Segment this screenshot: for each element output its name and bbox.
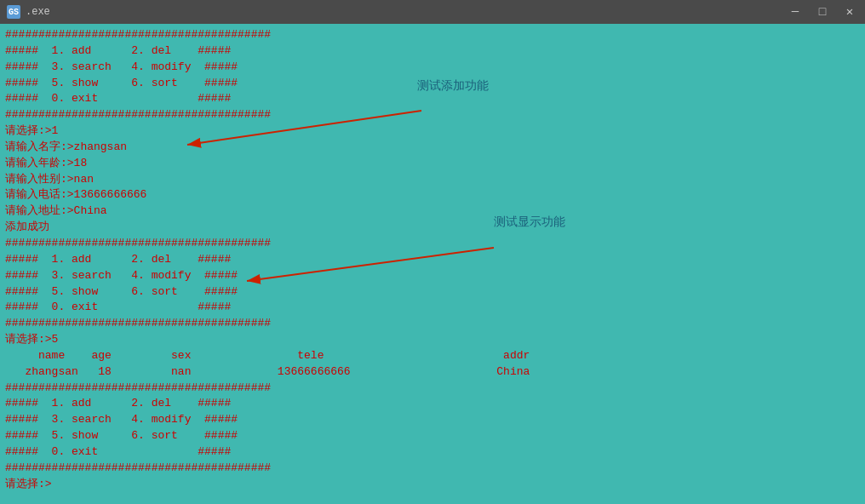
terminal-line-20: name age sex tele addr — [5, 348, 860, 364]
terminal-area[interactable]: ########################################… — [0, 24, 865, 504]
close-button[interactable]: ✕ — [841, 3, 858, 20]
terminal-line-9: 请输入性别:>nan — [5, 172, 860, 188]
terminal-line-28: ######################################## — [5, 461, 860, 477]
annotation-show: 测试显示功能 — [494, 215, 565, 230]
annotation-show-text: 测试显示功能 — [494, 215, 565, 230]
terminal-line-26: ##### 5. show 6. sort ##### — [5, 428, 860, 444]
terminal-line-1: ##### 1. add 2. del ##### — [5, 43, 860, 60]
terminal-line-8: 请输入年龄:>18 — [5, 156, 860, 172]
terminal-line-14: ##### 1. add 2. del ##### — [5, 252, 860, 268]
terminal-line-2: ##### 3. search 4. modify ##### — [5, 60, 860, 76]
maximize-button[interactable]: □ — [814, 3, 831, 20]
annotation-add-text: 测试添加功能 — [417, 78, 489, 94]
app-icon: GS — [7, 5, 20, 19]
terminal-line-10: 请输入电话:>13666666666 — [5, 187, 860, 203]
terminal-line-11: 请输入地址:>China — [5, 203, 860, 220]
terminal-line-29: 请选择:> — [5, 477, 860, 493]
terminal-line-5: ######################################## — [5, 107, 860, 123]
terminal-line-23: ######################################## — [5, 381, 860, 397]
window-controls: ─ □ ✕ — [787, 3, 858, 20]
terminal-line-17: ##### 0. exit ##### — [5, 300, 860, 316]
titlebar: GS .exe ─ □ ✕ — [0, 0, 865, 24]
window-title: .exe — [26, 6, 50, 18]
terminal-line-6: 请选择:>1 — [5, 123, 860, 140]
terminal-line-18: ######################################## — [5, 316, 860, 332]
terminal-line-7: 请输入名字:>zhangsan — [5, 140, 860, 156]
terminal-line-27: ##### 0. exit ##### — [5, 444, 860, 461]
terminal-line-16: ##### 5. show 6. sort ##### — [5, 284, 860, 301]
terminal-line-19: 请选择:>5 — [5, 332, 860, 348]
titlebar-left: GS .exe — [7, 5, 50, 19]
terminal-line-12: 添加成功 — [5, 220, 860, 236]
terminal-line-0: ######################################## — [5, 27, 860, 43]
terminal-line-22: zhangsan 18 nan 13666666666 China — [5, 364, 860, 381]
terminal-line-24: ##### 1. add 2. del ##### — [5, 396, 860, 412]
terminal-line-25: ##### 3. search 4. modify ##### — [5, 412, 860, 428]
terminal-line-15: ##### 3. search 4. modify ##### — [5, 268, 860, 284]
terminal-line-13: ######################################## — [5, 236, 860, 252]
annotation-add: 测试添加功能 — [417, 78, 489, 94]
minimize-button[interactable]: ─ — [787, 3, 804, 20]
terminal-line-4: ##### 0. exit ##### — [5, 91, 860, 107]
